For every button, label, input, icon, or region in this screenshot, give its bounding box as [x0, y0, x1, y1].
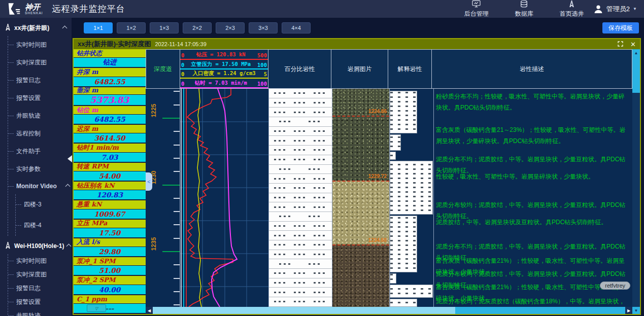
scroll-up-arrow[interactable]: ▲: [632, 49, 640, 56]
param-钻井状态: 钻井状态钻进: [74, 49, 146, 68]
interpreted-lithology-track: [390, 89, 434, 307]
lithology-block: [390, 216, 417, 272]
user-menu[interactable]: 管理员2 ▼: [593, 4, 637, 14]
sidebar-item-报警设置[interactable]: 报警设置: [8, 295, 72, 309]
user-name: 管理员2: [606, 5, 630, 14]
group-items: 四楼-3四楼-4: [15, 194, 72, 236]
track-collapse-handle[interactable]: <: [146, 172, 152, 191]
layout-button-2×3[interactable]: 2×3: [216, 22, 245, 33]
layout-button-4×4[interactable]: 4×4: [282, 22, 311, 33]
param-value: ---▽: [74, 304, 146, 313]
nav-后台管理[interactable]: 后台管理: [464, 0, 489, 18]
lithology-block: [390, 299, 417, 307]
lithology-symbol: [309, 263, 322, 265]
depth-tick: [174, 224, 180, 225]
lithology-symbol: [314, 272, 327, 274]
lithology-symbol: [294, 292, 307, 293]
nav-首页选井[interactable]: 首页选井: [560, 0, 584, 18]
lithology-symbol: [314, 292, 327, 293]
vertical-scroll-thumb[interactable]: [632, 56, 640, 93]
nav-label: 首页选井: [560, 10, 584, 18]
lithology-percent-row: [269, 297, 332, 307]
layout-button-1×2[interactable]: 1×2: [117, 22, 146, 33]
sidebar-item-报警日志[interactable]: 报警日志: [8, 72, 72, 89]
lithology-symbol: [294, 254, 307, 255]
lithology-block: [390, 161, 433, 215]
sidebar-item-远程控制[interactable]: 远程控制: [8, 125, 72, 143]
depth-tick: [174, 158, 180, 159]
lithology-symbol: [274, 206, 287, 208]
lithology-description: 粉砂质分布不均；性较硬，吸水性、可塑性中等。岩屑呈块状，少量碎块状。具PDC钻头…: [436, 91, 627, 113]
sidebar-item-label: 报警日志: [16, 76, 41, 85]
sidebar-item-实时时间图[interactable]: 实时时间图: [8, 254, 72, 268]
maximize-icon[interactable]: [618, 41, 623, 48]
sidebar-item-label: 实时参数: [16, 165, 41, 173]
sidebar-item-四楼-3[interactable]: 四楼-3: [16, 194, 72, 215]
sidebar-well-xx井(新井眼)[interactable]: xx井(新井眼): [0, 18, 72, 36]
sidebar-item-实时时间图[interactable]: 实时时间图: [8, 36, 72, 54]
cuttings-photo-track: 1224.861229.721234.60: [332, 89, 390, 307]
curve-legend-钻时[interactable]: 0钻时 = 7.03 min/m100: [180, 79, 268, 88]
layout-button-1×3[interactable]: 1×3: [150, 22, 179, 33]
cuttings-photo: [332, 181, 389, 244]
lithology-symbol: [274, 225, 287, 227]
sidebar-item-label: 报警设置: [16, 94, 41, 102]
param-dropdown-button[interactable]: ▽: [87, 304, 106, 312]
sidebar-item-井眼轨迹[interactable]: 井眼轨迹: [8, 107, 72, 125]
scroll-left-arrow[interactable]: ◀: [146, 307, 153, 314]
depth-tick: [162, 118, 180, 119]
sidebar-item-实时参数[interactable]: 实时参数: [8, 160, 72, 178]
sidebar-item-Monitor Video[interactable]: Monitor Video: [8, 178, 72, 194]
lithology-block: [390, 91, 417, 133]
save-template-button[interactable]: 保存模板: [602, 22, 639, 33]
well-items: 实时时间图实时深度图报警日志报警设置井眼轨迹远程控制文件助手实时参数Monito…: [8, 36, 72, 236]
depth-tick: [174, 145, 180, 146]
sample-divider-line: [332, 116, 389, 117]
param-label: 泵冲_1 SPM: [74, 257, 146, 266]
sidebar-item-文件助手[interactable]: 文件助手: [8, 143, 72, 160]
page-title: 远程录井监控平台: [52, 3, 125, 15]
lithology-symbol: [274, 301, 287, 302]
sidebar-item-报警日志[interactable]: 报警日志: [8, 282, 72, 295]
param-value: 1009.67: [74, 209, 146, 219]
lithology-percent-row: [269, 146, 332, 155]
lithology-symbol: [279, 263, 292, 265]
param-钻压别名 kN: 钻压别名 kN120.83: [74, 182, 146, 200]
layout-button-3×3[interactable]: 3×3: [249, 22, 278, 33]
sample-divider-line: [332, 244, 389, 245]
lithology-symbol: [294, 282, 307, 284]
lithology-block: [390, 134, 401, 151]
sidebar-item-报警设置[interactable]: 报警设置: [8, 89, 72, 107]
sidebar-well-Wei-H100(Hole-1)[interactable]: Wei-H100(Hole-1): [0, 236, 72, 254]
depth-tick: [174, 131, 180, 132]
close-icon[interactable]: ✕: [630, 41, 636, 48]
layout-button-2×2[interactable]: 2×2: [183, 22, 212, 33]
layout-button-1×1[interactable]: 1×1: [84, 22, 113, 33]
realtime-parameter-panel: 钻井状态钻进井深 m6482.55垂深 m5373.83钻位 m6482.55迟…: [74, 49, 146, 314]
sidebar-item-四楼-4[interactable]: 四楼-4: [16, 215, 72, 236]
lithology-percent-row: [269, 193, 332, 203]
interpreted-lithology-header: 解释岩性: [388, 49, 432, 89]
lithology-percent-row: [269, 127, 332, 136]
curve-legend-入口密度[interactable]: 0入口密度 = 1.24 g/cm35: [180, 69, 268, 79]
lithology-symbol: [314, 102, 327, 103]
cuttings-photo-header: 岩屑图片: [331, 49, 388, 89]
horizontal-scroll-thumb[interactable]: [153, 307, 455, 314]
nav-数据库[interactable]: 数据库: [515, 0, 533, 18]
curve-legend-header: 0钻压 = 120.83 kN5000立管压力 = 17.50 MPa1000入…: [180, 49, 268, 89]
well-name: Wei-H100(Hole-1): [14, 242, 64, 250]
sidebar-item-实时深度图[interactable]: 实时深度图: [8, 54, 72, 72]
curve-legend-钻压[interactable]: 0钻压 = 120.83 kN500: [180, 50, 268, 60]
param-value: 54.00: [74, 171, 146, 181]
sidebar-item-实时深度图[interactable]: 实时深度图: [8, 268, 72, 282]
sidebar-item-井眼轨迹[interactable]: 井眼轨迹: [8, 309, 72, 316]
legend-max: 100: [257, 81, 267, 87]
lithology-symbol: [274, 197, 287, 198]
scroll-down-arrow[interactable]: ▼: [632, 307, 640, 314]
param-钻时1 min/m: 钻时1 min/m7.03: [74, 144, 146, 162]
curve-legend-立管压力[interactable]: 0立管压力 = 17.50 MPa100: [180, 60, 268, 69]
lithology-percent-row: [269, 184, 332, 193]
scroll-right-arrow[interactable]: ▶: [625, 307, 632, 314]
panel-collapse-handle[interactable]: [67, 155, 72, 162]
derrick-icon: [567, 0, 576, 9]
